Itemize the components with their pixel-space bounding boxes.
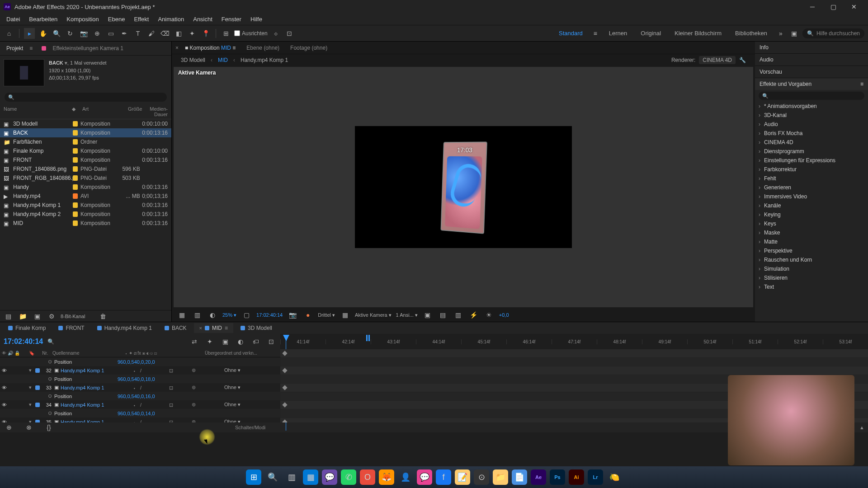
eraser-tool-icon[interactable]: ◧: [173, 28, 184, 39]
taskbar-search-icon[interactable]: 🔍: [265, 469, 280, 485]
camera-dropdown[interactable]: Aktive Kamera ▾: [355, 312, 392, 318]
layer-row[interactable]: 👁▾33▣Handy.mp4 Komp 1⬩/⊡⊚Ohne ▾: [0, 383, 280, 392]
tl-footer1-icon[interactable]: ⊕: [4, 422, 14, 433]
timeline-tab[interactable]: Finale Komp: [3, 323, 51, 333]
composition-viewer[interactable]: Aktive Kamera 17:03: [174, 67, 753, 307]
menu-ebene[interactable]: Ebene: [104, 14, 130, 24]
channel-icon[interactable]: ●: [302, 310, 313, 320]
menu-effekt[interactable]: Effekt: [129, 14, 153, 24]
puppet-tool-icon[interactable]: 📍: [200, 28, 211, 39]
new-comp-icon[interactable]: ▣: [32, 311, 42, 322]
editor-icon[interactable]: 📄: [512, 469, 527, 485]
hand-tool-icon[interactable]: ✋: [38, 28, 48, 39]
timeline-tab[interactable]: FRONT: [53, 323, 90, 333]
track-row[interactable]: [280, 358, 868, 366]
widgets-icon[interactable]: ▦: [303, 469, 318, 485]
project-row[interactable]: ▣Finale KompKomposition0:00:10:00: [0, 146, 171, 155]
effect-category[interactable]: Farbkorrektur: [755, 165, 868, 174]
effect-category[interactable]: Keys: [755, 219, 868, 228]
illustrator-icon[interactable]: Ai: [569, 469, 584, 485]
audio-panel-tab[interactable]: Audio: [755, 54, 868, 66]
brush-tool-icon[interactable]: 🖌: [146, 28, 157, 39]
property-row[interactable]: ⊙Position960,0,540,0,20,0: [0, 357, 280, 366]
project-row[interactable]: 🖼FRONT_1840886.pngPNG-Datei596 KB: [0, 164, 171, 174]
crumb-3dmodell[interactable]: 3D Modell: [181, 57, 205, 63]
notes-icon[interactable]: 📝: [455, 469, 470, 485]
menu-komposition[interactable]: Komposition: [62, 14, 104, 24]
panel-toggle-icon[interactable]: ▣: [789, 28, 800, 39]
effect-category[interactable]: Stilisieren: [755, 273, 868, 282]
info-panel-tab[interactable]: Info: [755, 42, 868, 54]
time-ruler[interactable]: 41:14f42:14f43:14f44:14f45:14f46:14f47:1…: [280, 334, 868, 349]
effect-category[interactable]: Generieren: [755, 183, 868, 192]
text-tool-icon[interactable]: T: [132, 28, 143, 39]
tl-tool2-icon[interactable]: ✦: [204, 336, 215, 347]
project-row[interactable]: ▣FRONTKomposition0:00:13:16: [0, 155, 171, 164]
col-tag[interactable]: ◆: [72, 106, 82, 117]
menu-ansicht[interactable]: Ansicht: [189, 14, 217, 24]
tl-tool3-icon[interactable]: ▣: [220, 336, 231, 347]
timeline-search-icon[interactable]: 🔍: [47, 338, 54, 345]
effect-category[interactable]: CINEMA 4D: [755, 138, 868, 147]
bit-depth[interactable]: 8-Bit-Kanal: [61, 314, 85, 319]
mask-icon[interactable]: ◐: [207, 310, 218, 320]
layer-row[interactable]: 👁▾34▣Handy.mp4 Komp 1⬩/⊡⊚Ohne ▾: [0, 400, 280, 409]
exposure-value[interactable]: +0,0: [499, 312, 509, 318]
app-icon-1[interactable]: 👤: [398, 469, 413, 485]
effect-category[interactable]: Keying: [755, 210, 868, 219]
crumb-mid[interactable]: MID: [218, 57, 228, 63]
photoshop-icon[interactable]: Ps: [550, 469, 565, 485]
property-row[interactable]: ⊙Position960,0,540,0,16,0: [0, 392, 280, 400]
effect-category[interactable]: Audio: [755, 120, 868, 129]
workspace-biblio[interactable]: Bibliotheken: [730, 30, 773, 37]
menu-fenster[interactable]: Fenster: [217, 14, 246, 24]
workspace-menu-icon[interactable]: ≡: [590, 28, 601, 39]
project-search-input[interactable]: [5, 93, 167, 102]
col-duration[interactable]: Medien-Dauer: [142, 106, 168, 117]
project-row[interactable]: ▣HandyKomposition0:00:13:16: [0, 183, 171, 192]
crumb-handy[interactable]: Handy.mp4 Komp 1: [241, 57, 288, 63]
preview-panel-tab[interactable]: Vorschau: [755, 66, 868, 78]
project-row[interactable]: ▶Handy.mp4AVI... MB0;00;13;16: [0, 192, 171, 201]
timeline-tab[interactable]: Handy.mp4 Komp 1: [92, 323, 157, 333]
effect-category[interactable]: Einstellungen für Expressions: [755, 156, 868, 165]
effect-category[interactable]: Dienstprogramm: [755, 147, 868, 156]
project-row[interactable]: ▣Handy.mp4 Komp 1Komposition0:00:13:16: [0, 201, 171, 210]
new-folder-icon[interactable]: 📁: [17, 311, 28, 322]
property-row[interactable]: ⊙Position960,0,540,0,14,0: [0, 409, 280, 418]
trash-icon[interactable]: 🗑: [98, 311, 108, 322]
view1-icon[interactable]: ▣: [422, 310, 433, 320]
camera-tool-icon[interactable]: 📷: [78, 28, 89, 39]
messenger-icon[interactable]: 💬: [417, 469, 432, 485]
res-icon[interactable]: ▢: [241, 310, 252, 320]
home-icon[interactable]: ⌂: [4, 28, 14, 39]
col-size[interactable]: Größe: [121, 106, 142, 117]
interpret-icon[interactable]: ▤: [3, 311, 14, 322]
effect-category[interactable]: Simulation: [755, 264, 868, 273]
opera-icon[interactable]: O: [360, 469, 375, 485]
menu-animation[interactable]: Animation: [153, 14, 189, 24]
magnify-icon[interactable]: ▦: [176, 310, 187, 320]
project-row[interactable]: ▣MIDKomposition0:00:13:16: [0, 219, 171, 228]
project-tab-menu-icon[interactable]: ≡: [29, 45, 33, 52]
viewer-timecode[interactable]: 17:02:40:14: [256, 312, 283, 318]
comp-tab-close-icon[interactable]: ×: [175, 45, 179, 51]
start-menu-icon[interactable]: ⊞: [246, 469, 261, 485]
whatsapp-icon[interactable]: ✆: [341, 469, 356, 485]
effect-category[interactable]: Immersives Video: [755, 192, 868, 201]
track-row[interactable]: [280, 349, 868, 358]
workspace-original[interactable]: Original: [635, 30, 666, 37]
comp-tab-mid[interactable]: ■ Komposition MID ≡: [180, 43, 240, 53]
menu-bearbeiten[interactable]: Bearbeiten: [24, 14, 62, 24]
lightroom-icon[interactable]: Lr: [588, 469, 603, 485]
snapshot-icon[interactable]: 📷: [287, 310, 298, 320]
effect-category[interactable]: Kanäle: [755, 201, 868, 210]
views-dropdown[interactable]: 1 Ansi... ▾: [396, 312, 418, 318]
minimize-button[interactable]: ─: [802, 0, 823, 14]
project-row[interactable]: ▣Handy.mp4 Komp 2Komposition0:00:13:16: [0, 210, 171, 219]
help-search[interactable]: 🔍 Hilfe durchsuchen: [802, 28, 864, 38]
workspace-kleiner[interactable]: Kleiner Bildschirm: [669, 30, 727, 37]
workspace-more-icon[interactable]: »: [775, 28, 786, 39]
renderer-value[interactable]: CINEMA 4D: [699, 56, 736, 64]
selection-tool-icon[interactable]: ▸: [24, 28, 35, 39]
